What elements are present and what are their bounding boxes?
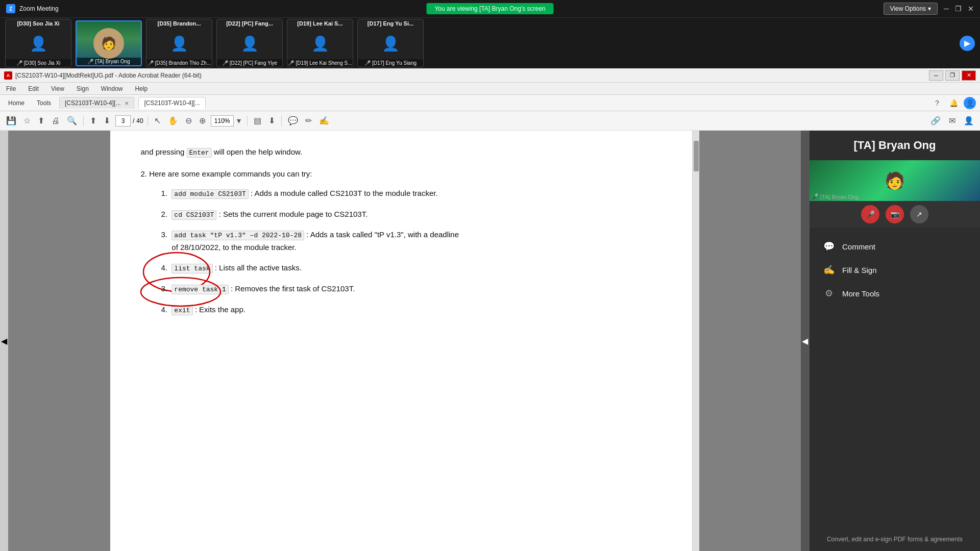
acrobat-menubar: File Edit View Sign Window Help [0,83,980,95]
panel-fillsign-tool[interactable]: ✍ Fill & Sign [818,259,972,281]
user-avatar-icon[interactable]: 👤 [964,97,976,109]
participants-scroll-next-button[interactable]: ▶ [960,36,975,51]
right-panel-video: 🧑 🎤 [TA] Bryan Ong [810,160,980,201]
zoom-dropdown-icon[interactable]: ▾ [235,115,243,127]
mic-muted-icon-d35: 🎤 [148,60,154,66]
link-icon[interactable]: 🔗 [928,115,943,127]
participant-video-d19: 👤 [287,28,353,59]
panel-moretools-tool[interactable]: ⚙ More Tools [818,283,972,304]
acrobat-titlebar: A [CS2103T-W10-4][ModtRekt]UG.pdf - Adob… [0,68,980,83]
panel-video-stop-button[interactable]: 📷 [886,205,904,223]
select-tool-icon[interactable]: ↖ [152,115,163,127]
pdf-command-2: 2. cd CS2103T : Sets the current module … [161,208,662,221]
moretools-label: More Tools [842,289,879,298]
pdf-main-area: and pressing Enter will open the help wi… [8,131,801,551]
pdf-command-6: 4. exit : Exits the app. [161,304,662,316]
acrobat-app-icon: A [4,71,12,80]
help-icon[interactable]: ? [931,97,943,109]
acrobat-window-title: [CS2103T-W10-4][ModtRekt]UG.pdf - Adobe … [15,72,202,79]
menu-sign[interactable]: Sign [75,84,91,93]
panel-share-button[interactable]: ↗ [910,205,928,223]
acrobat-maximize-button[interactable]: ❐ [945,70,960,81]
page-separator: / [133,117,134,124]
print-icon[interactable]: 🖨 [50,115,62,127]
current-page-input[interactable] [115,115,131,127]
participant-name-bottom-d19: 🎤 [D19] Lee Kai Sheng S... [287,59,353,67]
participant-video-d35: 👤 [146,28,212,59]
pdf-page: and pressing Enter will open the help wi… [110,131,692,551]
fit-page-icon[interactable]: ▤ [252,115,263,127]
upload-icon[interactable]: ⬆ [36,115,46,127]
acrobat-navbar: Home Tools [CS2103T-W10-4][... ✕ [CS2103… [0,95,980,111]
menu-help[interactable]: Help [133,84,150,93]
toolbar-separator-4 [281,116,282,126]
zoom-maximize-button[interactable]: ❐ [955,5,962,13]
zoom-in-icon[interactable]: ⊕ [197,115,208,127]
acrobat-content-area: ◀ and pressing Enter will open the help … [0,131,980,551]
page-prev-icon[interactable]: ⬆ [88,115,99,127]
zoom-minimize-button[interactable]: ─ [944,5,949,13]
participant-video-d17: 👤 [357,28,424,59]
pdf-scrollbar[interactable] [692,131,699,551]
signature-icon[interactable]: ✍ [317,115,331,127]
nav-tab-1-label: [CS2103T-W10-4][... [65,99,120,107]
toolbar-separator-3 [247,116,248,126]
participant-card-d35[interactable]: [D35] Brandon... 👤 🎤 [D35] Brandon Thio … [146,19,212,67]
participants-bar: [D30] Soo Jia Xi 👤 🎤 [D30] Soo Jia Xi 🧑 … [0,17,980,68]
acrobat-title-area: A [CS2103T-W10-4][ModtRekt]UG.pdf - Adob… [4,71,202,80]
edit-text-icon[interactable]: ✏ [303,115,314,127]
acrobat-close-button[interactable]: ✕ [962,70,976,81]
participant-video-d30: 👤 [5,28,71,59]
find-icon[interactable]: 🔍 [65,115,79,127]
right-panel-collapse-button[interactable]: ◀ [801,131,809,551]
right-panel-username: [TA] Bryan Ong [818,139,972,152]
participant-name-top-d19: [D19] Lee Kai S... [287,19,353,28]
participant-name-top-d22: [D22] [PC] Fang... [217,19,282,28]
panel-promo-text: Convert, edit and e-sign PDF forms & agr… [810,528,980,551]
participant-name-bottom-d30: 🎤 [D30] Soo Jia Xi [6,59,71,67]
mic-muted-icon-d30: 🎤 [16,60,22,66]
acrobat-window: A [CS2103T-W10-4][ModtRekt]UG.pdf - Adob… [0,68,980,551]
nav-tab-1[interactable]: [CS2103T-W10-4][... ✕ [59,97,134,109]
left-panel-collapse-button[interactable]: ◀ [0,131,8,551]
save-icon[interactable]: 💾 [4,115,18,127]
fillsign-tool-label: Fill & Sign [842,266,877,274]
pdf-command-1: 1. add module CS2103T : Adds a module ca… [161,187,662,200]
nav-tab-2[interactable]: [CS2103T-W10-4][... [138,97,205,109]
participant-card-d19[interactable]: [D19] Lee Kai S... 👤 🎤 [D19] Lee Kai She… [287,19,353,67]
right-panel-header: [TA] Bryan Ong [810,131,980,160]
nav-home-button[interactable]: Home [4,97,29,109]
rotate-icon[interactable]: ⬇ [266,115,277,127]
participant-video-bryan: 🧑 🎤 [TA] Bryan Ong [76,20,142,66]
panel-comment-tool[interactable]: 💬 Comment [818,236,972,257]
right-panel-controls: 🎤 📷 ↗ [810,201,980,228]
bookmark-icon[interactable]: ☆ [21,115,33,127]
hand-tool-icon[interactable]: ✋ [166,115,180,127]
mic-muted-icon-d22: 🎤 [222,60,228,66]
pdf-command-5: 3. remove task 1 : Removes the first tas… [161,283,662,295]
account-icon[interactable]: 👤 [962,115,976,127]
right-panel-name-label: 🎤 [TA] Bryan Ong [812,193,859,200]
menu-edit[interactable]: Edit [26,84,41,93]
menu-window[interactable]: Window [99,84,125,93]
participant-video-d22: 👤 [216,28,283,59]
zoom-level-input[interactable] [211,115,234,127]
acrobat-minimize-button[interactable]: ─ [929,70,943,81]
panel-audio-mute-button[interactable]: 🎤 [861,205,879,223]
zoom-view-options-button[interactable]: View Options ▾ [884,3,938,15]
email-icon[interactable]: ✉ [947,115,958,127]
zoom-out-icon[interactable]: ⊖ [183,115,194,127]
zoom-close-button[interactable]: ✕ [968,5,974,13]
notification-bell-icon[interactable]: 🔔 [947,97,960,109]
menu-file[interactable]: File [4,84,18,93]
participant-card-d17[interactable]: [D17] Eng Yu Si... 👤 🎤 [D17] Eng Yu Sian… [357,19,424,67]
menu-view[interactable]: View [49,84,66,93]
nav-tab-1-close-button[interactable]: ✕ [125,101,129,106]
nav-tools-button[interactable]: Tools [33,97,55,109]
pdf-scrollbar-thumb[interactable] [694,141,699,171]
participant-card-d22[interactable]: [D22] [PC] Fang... 👤 🎤 [D22] [PC] Fang Y… [216,19,283,67]
participant-card-d30[interactable]: [D30] Soo Jia Xi 👤 🎤 [D30] Soo Jia Xi [5,19,71,67]
participant-card-bryan[interactable]: 🧑 🎤 [TA] Bryan Ong [76,20,142,66]
page-next-icon[interactable]: ⬇ [102,115,112,127]
comment-tool-icon[interactable]: 💬 [286,115,300,127]
